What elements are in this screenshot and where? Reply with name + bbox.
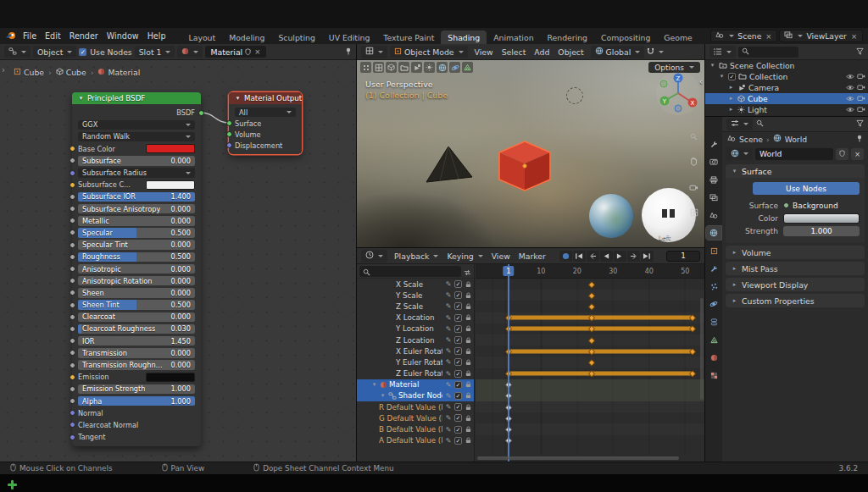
node-socket-subsurface-anisotropy[interactable] xyxy=(70,206,75,212)
playhead-frame-badge[interactable]: 1 xyxy=(503,266,514,276)
keyframe-area[interactable]: 1020304050 1 xyxy=(476,264,704,462)
fcurve-modifier-icon[interactable]: ✎ xyxy=(444,302,453,310)
channel-lock-icon[interactable] xyxy=(464,437,472,444)
node-slider-clearcoat-roughness[interactable]: Clearcoat Roughness0.030 xyxy=(78,324,195,334)
principled-bsdf-node[interactable]: ▾Principled BSDF BSDFGGXRandom WalkBase … xyxy=(72,92,201,446)
node-slider-ior[interactable]: IOR1.450 xyxy=(78,336,195,346)
channel-lock-icon[interactable] xyxy=(464,281,472,288)
properties-tab-texture-icon[interactable] xyxy=(706,368,721,382)
keyframe-row-x-euler-rotation[interactable] xyxy=(476,346,704,357)
sidebar-expand-arrow[interactable]: ‹ xyxy=(699,77,703,86)
world-color-swatch[interactable] xyxy=(783,213,860,224)
keyframe-range-bar[interactable] xyxy=(509,327,693,331)
node-socket-specular-tint[interactable] xyxy=(70,242,75,248)
keyframe-diamond[interactable] xyxy=(689,370,696,377)
node-socket-displacement[interactable] xyxy=(226,142,232,148)
expand-arrow[interactable]: ▸ xyxy=(727,84,735,91)
collection-checkbox[interactable]: ✓ xyxy=(728,73,736,80)
node-socket-roughness[interactable] xyxy=(70,254,75,260)
menu-render[interactable]: Render xyxy=(65,30,103,41)
viewport-tool-pan-icon[interactable] xyxy=(689,153,698,169)
node-dropdown-subsurface-radius[interactable]: Subsurface Radius xyxy=(78,168,195,178)
output-target-dropdown[interactable]: All xyxy=(235,108,296,118)
viewport-toggle-dots-icon[interactable] xyxy=(360,62,371,73)
gizmo-x-label[interactable]: X xyxy=(691,100,695,107)
slot-dropdown[interactable]: Slot 1 xyxy=(135,46,175,58)
keyframe-range-bar[interactable] xyxy=(509,349,693,353)
world-browse-dropdown[interactable] xyxy=(726,147,753,160)
viewport-toggle-camera-icon[interactable] xyxy=(411,62,422,73)
disable-render-icon[interactable] xyxy=(857,95,865,102)
transform-orientation-dropdown[interactable]: Global xyxy=(591,46,645,58)
node-socket-transmission[interactable] xyxy=(70,350,75,356)
node-slider-clearcoat[interactable]: Clearcoat0.000 xyxy=(78,312,195,323)
fcurve-modifier-icon[interactable]: ✎ xyxy=(444,314,453,322)
collapse-arrow-icon[interactable]: ▾ xyxy=(234,95,242,102)
transport-start-button[interactable] xyxy=(573,251,586,262)
fcurve-modifier-icon[interactable]: ✎ xyxy=(444,358,453,366)
keyframe-row-z-location[interactable] xyxy=(476,334,704,346)
node-socket-base-color[interactable] xyxy=(70,146,75,152)
color-swatch-base-color[interactable] xyxy=(146,144,195,153)
editor-type-selector[interactable] xyxy=(709,46,736,58)
node-socket-surface[interactable] xyxy=(226,120,232,126)
menu-window[interactable]: Window xyxy=(103,30,143,41)
viewport-menu-add[interactable]: Add xyxy=(530,47,554,58)
workspace-tab-layout[interactable]: Layout xyxy=(182,30,223,44)
workspace-tab-geome[interactable]: Geome xyxy=(657,30,698,44)
outliner-item-collection[interactable]: ▾✓Collection xyxy=(705,71,868,82)
channel-x-euler-rotation[interactable]: X Euler Rotation✎✓ xyxy=(357,346,474,357)
channel-lock-icon[interactable] xyxy=(464,348,472,355)
keyframe-row-a-default-value-princip[interactable] xyxy=(476,435,704,446)
keyframe-range-bar[interactable] xyxy=(509,372,693,376)
channel-enable-checkbox[interactable]: ✓ xyxy=(454,414,462,422)
keyframe-row-y-location[interactable] xyxy=(476,323,704,334)
channel-lock-icon[interactable] xyxy=(464,392,472,399)
keyframe-row-x-scale[interactable] xyxy=(476,279,704,290)
channel-enable-checkbox[interactable]: ✓ xyxy=(454,280,462,288)
channel-lock-icon[interactable] xyxy=(464,292,472,299)
channel-enable-checkbox[interactable]: ✓ xyxy=(454,392,462,400)
channel-z-location[interactable]: Z Location✎✓ xyxy=(357,334,474,346)
properties-tab-render-icon[interactable] xyxy=(706,155,721,169)
channel-enable-checkbox[interactable]: ✓ xyxy=(454,403,462,411)
node-socket-alpha[interactable] xyxy=(70,398,75,404)
channel-z-scale[interactable]: Z Scale✎✓ xyxy=(357,301,474,312)
viewport-toggle-datamesh-icon[interactable] xyxy=(462,62,473,73)
color-swatch-subsurface-c[interactable] xyxy=(146,180,195,190)
scene-selector[interactable]: Scene × xyxy=(710,30,777,42)
keyframe-diamond[interactable] xyxy=(689,325,696,332)
output-node-header[interactable]: ▾Material Output xyxy=(229,92,302,104)
hide-eye-icon[interactable] xyxy=(846,107,854,113)
expand-arrow[interactable]: ▾ xyxy=(370,381,378,388)
keyframe-row-z-euler-rotation[interactable] xyxy=(476,368,704,379)
keyframe-row-y-scale[interactable] xyxy=(476,290,704,301)
node-socket-subsurface-c[interactable] xyxy=(70,182,75,188)
node-slider-roughness[interactable]: Roughness0.500 xyxy=(78,252,195,263)
channel-shader-nodetree[interactable]: ▾Shader Nodetree✎✓ xyxy=(357,390,474,401)
transport-rec-button[interactable] xyxy=(559,251,572,262)
dopesheet-menu-view[interactable]: View xyxy=(487,251,515,262)
channel-x-scale[interactable]: X Scale✎✓ xyxy=(357,279,474,290)
node-socket-metallic[interactable] xyxy=(70,218,75,224)
cone-object[interactable] xyxy=(425,145,476,189)
channel-y-euler-rotation[interactable]: Y Euler Rotation✎✓ xyxy=(357,357,474,368)
transport-end-button[interactable] xyxy=(641,251,654,262)
expand-arrow[interactable]: ▸ xyxy=(727,106,735,113)
keyframe-row-r-default-value-princip[interactable] xyxy=(476,401,704,412)
node-slider-emission-strength[interactable]: Emission Strength1.000 xyxy=(78,384,195,395)
collapse-arrow-icon[interactable]: ▾ xyxy=(77,95,85,102)
channel-g-default-value-princip[interactable]: G Default Value (Princip✎✓ xyxy=(357,412,474,423)
use-nodes-checkbox[interactable]: ✓Use Nodes xyxy=(79,47,131,57)
keyframe-diamond[interactable] xyxy=(588,303,595,310)
transport-nkey-button[interactable] xyxy=(627,251,640,262)
node-socket-ior[interactable] xyxy=(70,338,75,344)
breadcrumb-world[interactable]: World xyxy=(785,135,807,144)
node-slider-anisotropic-rotation[interactable]: Anisotropic Rotation0.000 xyxy=(78,276,195,286)
panel-custom-properties[interactable]: ▸Custom Properties xyxy=(726,294,865,307)
node-socket-clearcoat[interactable] xyxy=(70,314,75,320)
transport-pkey-button[interactable] xyxy=(587,251,599,262)
node-socket-sheen[interactable] xyxy=(70,290,75,296)
pin-icon[interactable] xyxy=(345,47,352,57)
node-socket-sheen-tint[interactable] xyxy=(70,302,75,308)
